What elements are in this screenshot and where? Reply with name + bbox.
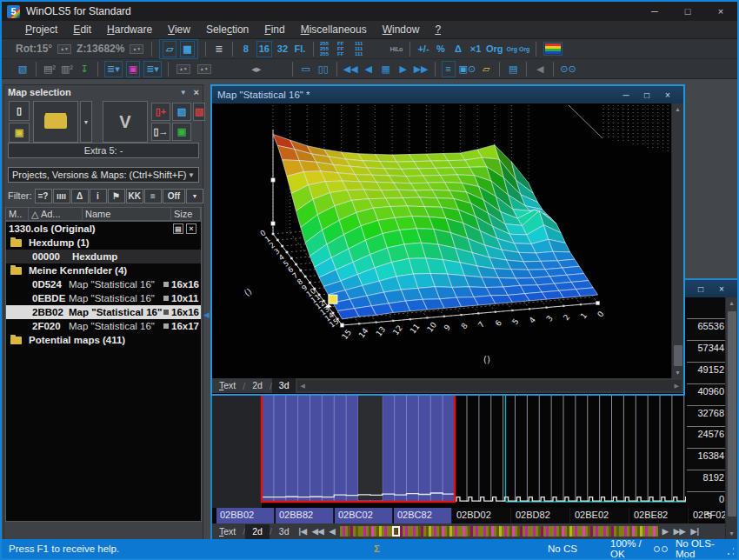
project-list-icon[interactable]: ▤ (173, 223, 183, 234)
data-width-8-button[interactable]: 8 (239, 42, 253, 57)
window-globe-icon[interactable]: ▣ (172, 123, 191, 141)
map-close-button[interactable]: × (657, 90, 678, 100)
filter-flag-icon[interactable]: ⚑ (108, 189, 125, 203)
hexdump-maximize-button[interactable]: □ (690, 284, 711, 294)
new-project-icon[interactable]: ▯ (9, 101, 30, 121)
hex-text-view-icon[interactable]: ≣ (212, 42, 226, 57)
search-binoculars-icon[interactable]: ⊙⊙ (560, 62, 576, 77)
map-horizontal-scrollbar[interactable]: ◀▶ (297, 380, 682, 391)
column-header-m[interactable]: M.. (6, 208, 29, 220)
scroll-up-icon[interactable]: ▲ (672, 103, 683, 115)
menu-item-miscellaneous[interactable]: Miscellaneous (293, 21, 375, 39)
color-scale-icon[interactable] (545, 43, 561, 54)
filter-dropdown-button[interactable]: ▼ (186, 189, 203, 203)
percent-icon[interactable]: % (434, 42, 448, 57)
spinner-b[interactable]: ▲▼ (197, 64, 211, 74)
import-version-icon[interactable]: V (103, 101, 148, 143)
factor-icon[interactable]: ×1 (469, 42, 483, 57)
extra5-button[interactable]: Extra 5: - (8, 143, 199, 158)
auto-map-icon[interactable]: ▨ (172, 103, 191, 121)
nav-1-right-icon[interactable]: ▶ (660, 527, 671, 536)
column-header-size[interactable]: Size (171, 208, 201, 220)
back-icon[interactable]: ◀ (533, 62, 547, 77)
data-width-32-button[interactable]: 32 (276, 42, 290, 57)
resize-grip[interactable] (727, 547, 734, 556)
nav-2-left-icon[interactable]: |◀ (296, 527, 309, 536)
menu-item-[interactable]: ? (427, 21, 449, 39)
tree-row[interactable]: 0D524Map "Statistical 16"16x16 (6, 277, 201, 291)
close-button[interactable]: × (704, 2, 737, 21)
tree-row[interactable]: 1330.ols (Original)▤× (6, 222, 201, 236)
prev-map-icon[interactable]: ◀ (362, 62, 376, 77)
splitter-collapse-icon[interactable]: ◀ (203, 308, 210, 322)
map-edit-icon[interactable]: ▧ (16, 62, 30, 77)
original-compare-icon[interactable]: Org Org (507, 42, 530, 57)
project-window-icon[interactable]: ▤ (506, 62, 520, 77)
export-map-icon[interactable]: ▯→ (151, 123, 170, 141)
hilo-icon[interactable]: HiLo (389, 42, 403, 57)
project-props-icon[interactable]: ▧ (193, 103, 205, 121)
hexdump-tab-2d[interactable]: 2d (245, 524, 270, 539)
panel-collapse-icon[interactable]: ▼ (180, 89, 187, 97)
tree-view-icon[interactable]: ≡ (442, 61, 456, 77)
nav-1-left-icon[interactable]: ◀ (327, 527, 338, 536)
tree-row[interactable]: 00000Hexdump (6, 250, 201, 263)
map-shrink2-icon[interactable]: ▤² (43, 62, 57, 77)
scroll-right-icon[interactable]: ▶ (675, 383, 679, 390)
nav-2-left-icon[interactable]: ◀◀ (310, 527, 327, 536)
save-project-icon[interactable]: ▣ (9, 123, 30, 143)
file-minimap[interactable] (340, 526, 658, 537)
data-width-fl.-button[interactable]: Fl. (293, 42, 307, 57)
scroll-up-icon[interactable]: ▲ (726, 297, 737, 309)
values-binary-icon[interactable]: 111111111 (355, 41, 369, 57)
data-width-16-button[interactable]: 16 (256, 41, 272, 57)
map-tab-2d[interactable]: 2d (245, 378, 270, 393)
axis-cols-icon[interactable]: ≣▾ (143, 61, 162, 77)
scope-dropdown[interactable]: Projects, Versions & Maps: (Ctrl+Shift+F… (8, 167, 199, 183)
nav-2-right-icon[interactable]: ▶| (688, 527, 701, 536)
save-import-icon[interactable]: ↧ (77, 62, 91, 77)
map-tab-text[interactable]: Text (212, 378, 243, 393)
map-vertical-scrollbar[interactable]: ▲ ▼ (671, 103, 683, 378)
maximize-button[interactable]: □ (671, 2, 704, 21)
panel-close-icon[interactable]: × (194, 87, 199, 97)
filter-off-button[interactable]: Off (163, 189, 185, 203)
axis-rows-icon[interactable]: ≣▾ (104, 61, 123, 77)
view-3d-icon[interactable]: ▦ (180, 41, 194, 57)
window-frame-icon[interactable]: ▣ (126, 61, 140, 77)
sign-icon[interactable]: +/- (416, 42, 430, 57)
spinner-a[interactable]: ▲▼ (176, 64, 190, 74)
tree-row[interactable]: 2F020Map "Statistical 16"16x17 (6, 319, 201, 333)
scroll-left-icon[interactable]: ◀ (300, 383, 304, 390)
window-split-icon[interactable]: ▯▯ (316, 62, 330, 77)
preview-search-icon[interactable]: ▣⊙ (459, 62, 476, 77)
tree-row[interactable]: Hexdump (1) (6, 236, 201, 250)
menu-item-selection[interactable]: Selection (198, 21, 256, 39)
scroll-down-icon[interactable]: ▼ (672, 367, 683, 378)
original-icon[interactable]: Org (486, 42, 503, 57)
tree-row[interactable]: 0EBDEMap "Statistical 16"10x11 (6, 291, 201, 305)
values-decimal-icon[interactable]: 255255255 (320, 41, 334, 57)
menu-item-view[interactable]: View (160, 21, 198, 39)
map-overview-icon[interactable]: ▦ (379, 62, 393, 77)
checksum-scroll-icon[interactable]: ▱ (479, 62, 493, 77)
window-compare-icon[interactable]: ▭ (299, 62, 313, 77)
open-project-icon[interactable] (33, 101, 78, 143)
minimize-button[interactable]: ─ (638, 2, 671, 21)
filter-delta-icon[interactable]: Δ (71, 189, 89, 203)
h-arrows-icon[interactable]: ◂▸ (250, 62, 263, 77)
nav-2-right-icon[interactable]: ▶▶ (671, 527, 689, 536)
difference-icon[interactable]: Δ (451, 42, 465, 57)
rotation-spinner[interactable]: ▲▼ (57, 44, 71, 54)
minimap-cursor[interactable] (392, 526, 400, 537)
tree-row[interactable]: 2BB02Map "Statistical 16"16x16 (6, 305, 201, 319)
hexdump-vertical-scrollbar[interactable]: ▲ ▼ (725, 297, 737, 539)
zoom-spinner[interactable]: ▲▼ (130, 44, 143, 54)
menu-item-project[interactable]: Project (17, 21, 65, 39)
view-2d-icon[interactable]: ▱ (163, 41, 176, 57)
filter-ticks-icon[interactable]: ıııı (53, 189, 70, 203)
project-close-icon[interactable]: × (186, 223, 196, 234)
values-hex-icon[interactable]: FFFFFF (337, 41, 351, 57)
open-dropdown-icon[interactable]: ▼ (80, 101, 92, 143)
menu-item-hardware[interactable]: Hardware (99, 21, 160, 39)
